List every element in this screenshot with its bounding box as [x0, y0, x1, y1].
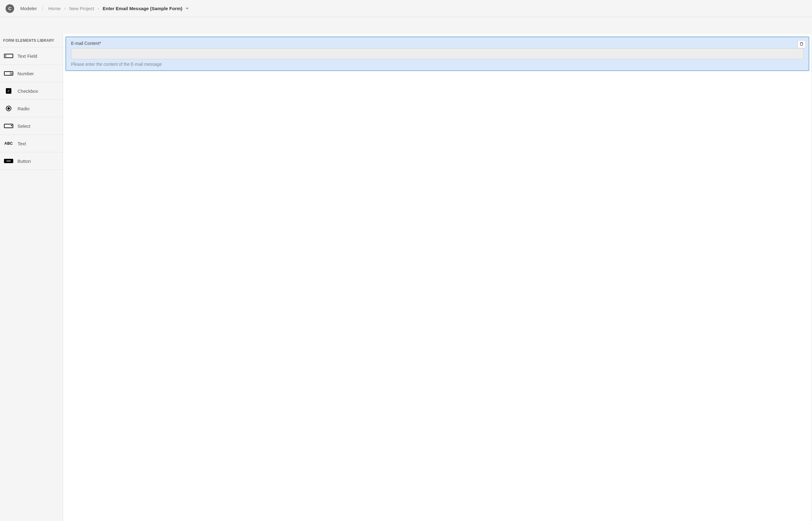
library-item-label: Number: [18, 71, 34, 76]
elements-library-sidebar: FORM ELEMENTS LIBRARY Text Field ▴▾ Numb…: [0, 34, 63, 521]
app-header: C Modeler Home › New Project › Enter Ema…: [0, 0, 812, 17]
delete-element-button[interactable]: [797, 40, 806, 48]
library-item-label: Text Field: [18, 53, 37, 59]
library-item-label: Select: [18, 123, 30, 129]
select-icon: [4, 123, 14, 129]
library-item-select[interactable]: Select: [0, 117, 63, 135]
number-icon: ▴▾: [4, 70, 14, 76]
main-layout: FORM ELEMENTS LIBRARY Text Field ▴▾ Numb…: [0, 17, 812, 521]
library-item-label: Checkbox: [18, 89, 38, 94]
text-icon: ABC: [4, 140, 14, 146]
library-item-text[interactable]: ABC Text: [0, 135, 63, 152]
breadcrumb-project[interactable]: New Project: [69, 6, 94, 11]
trash-icon: [799, 42, 804, 47]
app-logo-icon: C: [5, 4, 14, 13]
sidebar-title: FORM ELEMENTS LIBRARY: [0, 34, 63, 47]
chevron-right-icon: ›: [64, 6, 65, 11]
field-hint: Please enter the content of the E-mail m…: [71, 62, 804, 67]
chevron-down-icon[interactable]: [185, 6, 189, 11]
library-item-textfield[interactable]: Text Field: [0, 47, 63, 65]
chevron-right-icon: ›: [98, 6, 99, 11]
button-icon: [4, 158, 14, 164]
library-item-button[interactable]: Button: [0, 152, 63, 170]
library-item-checkbox[interactable]: ✓ Checkbox: [0, 82, 63, 99]
library-item-label: Button: [18, 159, 31, 164]
checkbox-icon: ✓: [4, 88, 14, 94]
library-item-label: Radio: [18, 106, 29, 111]
radio-icon: [4, 105, 14, 112]
breadcrumb-home[interactable]: Home: [48, 6, 61, 11]
app-name: Modeler: [20, 6, 43, 11]
library-item-number[interactable]: ▴▾ Number: [0, 65, 63, 82]
breadcrumb-current[interactable]: Enter Email Message (Sample Form): [103, 6, 182, 11]
form-element-email-content[interactable]: E-mail Content* Please enter the content…: [65, 37, 809, 71]
textfield-icon: [4, 53, 14, 59]
breadcrumb: Home › New Project › Enter Email Message…: [48, 6, 189, 11]
form-canvas[interactable]: E-mail Content* Please enter the content…: [63, 34, 812, 521]
email-content-input[interactable]: [71, 48, 804, 59]
library-item-label: Text: [18, 141, 26, 146]
library-item-radio[interactable]: Radio: [0, 99, 63, 117]
field-label: E-mail Content*: [71, 41, 804, 46]
